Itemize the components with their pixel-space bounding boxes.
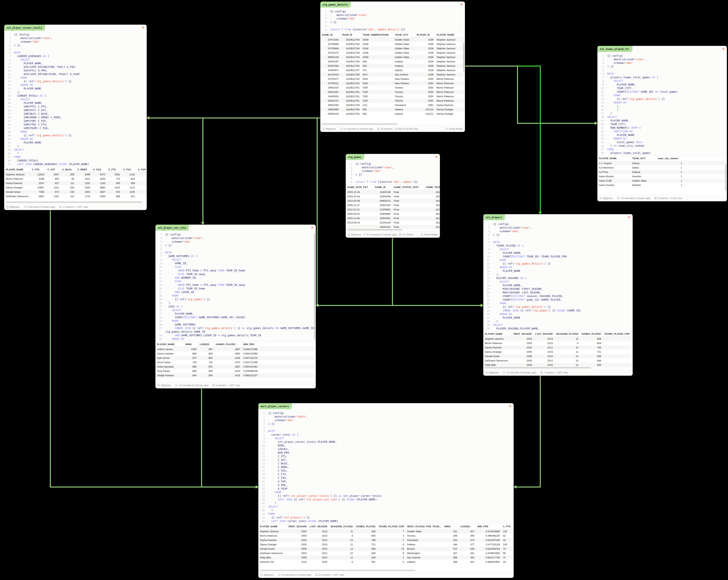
- table-row[interactable]: 2005-11-0820500051Final1610: [346, 216, 440, 220]
- table-row[interactable]: 204010631610612754INDIndiana1536Stephen …: [320, 64, 465, 68]
- model-window-mart_player_careers[interactable]: mart_player_careers × 1{{ config(2 mater…: [258, 403, 514, 578]
- table-row[interactable]: 2013-05-0341200126Final1610: [346, 220, 440, 225]
- sql-editor[interactable]: 1{{ config(2 materialized="view",3 schem…: [597, 52, 727, 156]
- table-row[interactable]: 208002291610612754INDIndiana101122Danny …: [320, 112, 465, 116]
- column-header[interactable]: GAMES_PLAYED: [580, 332, 603, 337]
- column-header[interactable]: LAST_SEASON: [308, 524, 329, 529]
- table-row[interactable]: Aaron BrooksHouston1: [597, 174, 725, 179]
- results-table[interactable]: PLAYER_NAMEWINSLOSSESGAMES_PLAYED↓WIN_PE…: [155, 342, 316, 382]
- table-row[interactable]: 208005581610612754INDIndiana101122Danny …: [320, 107, 465, 112]
- table-row[interactable]: 206010631610612739CLECleveland2562Sasha …: [320, 103, 465, 107]
- table-row[interactable]: 406001461610612744GSWGolden State1536Ste…: [320, 55, 465, 59]
- close-icon[interactable]: ×: [722, 47, 725, 50]
- column-header[interactable]: C_BLKS: [60, 167, 76, 172]
- column-header[interactable]: TEAM_ID: [340, 32, 361, 37]
- sql-editor[interactable]: 1{{ config(2 materialized="view",3 schem…: [483, 221, 633, 331]
- table-row[interactable]: 207001701610612744GSWGolden State1536Ste…: [320, 51, 465, 55]
- table-row[interactable]: 203009711610612737ATLAtlanta1536Stephen …: [320, 68, 465, 72]
- close-icon[interactable]: ×: [460, 3, 463, 6]
- column-header[interactable]: GAME_STATUS_TEXT: [392, 185, 424, 190]
- column-header[interactable]: WINS: [184, 342, 198, 347]
- column-header[interactable]: PLAYER_ID: [415, 32, 435, 37]
- table-row[interactable]: 2011-01-2121000631Final1610: [346, 207, 440, 212]
- table-row[interactable]: Patty Mills20092020129392San Antonio5963…: [258, 555, 514, 560]
- table-row[interactable]: Patty Mills2009202012939: [483, 363, 633, 367]
- column-header[interactable]: [684, 156, 725, 161]
- table-row[interactable]: Aaron GordonOrlando1: [597, 183, 725, 187]
- column-header[interactable]: GAMES_PLAYED: [355, 524, 377, 529]
- model-window-stg_games_details[interactable]: stg_games_details × 1{{ config(2 materia…: [320, 1, 465, 132]
- model-title-tab[interactable]: int_player_win_rate: [155, 225, 189, 231]
- model-window-int_players[interactable]: int_players × 1{{ config(2 materialized=…: [483, 214, 633, 376]
- column-header[interactable]: A_FGP: [136, 167, 147, 172]
- column-header[interactable]: GAME_ID: [320, 32, 340, 37]
- table-row[interactable]: Morris Peterson200320108604: [483, 341, 633, 345]
- table-row[interactable]: 206010201610612761TORToronto2050Morris P…: [320, 85, 465, 90]
- column-header[interactable]: TEAM_CITY: [630, 156, 656, 161]
- table-row[interactable]: 2010-05-0840900213Final1610: [346, 199, 440, 203]
- column-header[interactable]: PLAYER_NAME: [483, 332, 512, 337]
- table-row[interactable]: 2003-10-2410300108Final1610: [346, 190, 440, 194]
- column-header[interactable]: TEAM_ABBREVIATION: [361, 32, 393, 37]
- column-header[interactable]: C_PTS: [30, 167, 46, 172]
- model-window-int_player_win_rate[interactable]: int_player_win_rate × 1{{ config(2 mater…: [155, 225, 316, 388]
- column-header[interactable]: TEAM_CITY: [393, 32, 415, 37]
- column-header[interactable]: C_PTS: [501, 524, 514, 529]
- table-row[interactable]: Stephen Jackson2003201311838: [483, 337, 633, 341]
- table-row[interactable]: DeShawn Stevenson2003201210848: [483, 359, 633, 363]
- model-title-tab[interactable]: stg_games: [346, 154, 364, 160]
- table-row[interactable]: 204005051610612761TORToronto2050Morris P…: [320, 94, 465, 99]
- close-icon[interactable]: ×: [311, 226, 314, 229]
- model-window-int_teams_played_for[interactable]: int_teams_played_for × 1{{ config(2 mate…: [597, 46, 727, 201]
- column-header[interactable]: C_REBS: [76, 167, 92, 172]
- column-header[interactable]: PLAYER_NAME: [435, 32, 465, 37]
- column-header[interactable]: PLAYER_NAME: [597, 156, 630, 161]
- table-row[interactable]: LeBron James109059716870.646117368: [155, 347, 314, 351]
- results-table[interactable]: PLAYER_NAMEFIRST_SEASONLAST_SEASONSEASON…: [258, 524, 514, 572]
- column-header[interactable]: GAME_ID: [373, 185, 392, 190]
- table-row[interactable]: DeShawn Stevenson56671281112172420898686…: [4, 194, 147, 199]
- close-icon[interactable]: ×: [628, 215, 630, 219]
- model-title-tab[interactable]: mart_player_careers: [258, 403, 292, 409]
- column-header[interactable]: WIN_PER: [242, 342, 264, 347]
- horizontal-scrollbar[interactable]: [322, 123, 398, 125]
- horizontal-scrollbar[interactable]: [6, 202, 142, 203]
- table-row[interactable]: Morris Peterson52986938518121854774816: [4, 177, 147, 181]
- column-header[interactable]: FIRST_SEASON: [512, 332, 534, 337]
- sql-editor[interactable]: 1{{ config(2 materialized="view",3 schem…: [346, 160, 440, 185]
- column-header[interactable]: TEAMS_PLAYED_FOR: [603, 332, 633, 337]
- column-header[interactable]: WIN_PER: [476, 524, 501, 529]
- table-row[interactable]: Sasha Pavlovic20032012107967Cleveland423…: [258, 538, 514, 542]
- model-title-tab[interactable]: int_player_career_totals: [4, 25, 45, 31]
- sql-editor[interactable]: 1{{ config(2 materialized="view",3 schem…: [320, 8, 465, 32]
- table-row[interactable]: Aaron CraftGolden State1: [597, 179, 725, 183]
- horizontal-scrollbar[interactable]: [260, 570, 415, 571]
- column-header[interactable]: C_FGS: [92, 167, 107, 172]
- sql-editor[interactable]: 1{{ config(2 materialized="view",3 schem…: [155, 231, 316, 342]
- vertical-scrollbar[interactable]: [463, 42, 464, 72]
- table-row[interactable]: Gerald Green200520201495810Boston5124460…: [258, 547, 514, 551]
- table-row[interactable]: 411003161610612759SASSan Antonio1536Step…: [320, 72, 465, 77]
- results-table[interactable]: PLAYER_NAMEFIRST_SEASONLAST_SEASONSEASON…: [483, 331, 633, 369]
- table-row[interactable]: Vince Carter73973114700.502721088: [155, 360, 314, 365]
- table-row[interactable]: 207010431610612744GSWGolden State1536Ste…: [320, 37, 465, 42]
- column-header[interactable]: GAME_DATE_EST: [346, 185, 373, 190]
- vertical-scrollbar[interactable]: [725, 164, 726, 191]
- column-header[interactable]: WINS: [443, 524, 459, 529]
- table-row[interactable]: Gerald Green2005202014958: [483, 354, 633, 359]
- sort-arrow-icon[interactable]: ↑: [678, 157, 680, 160]
- column-header[interactable]: C_FG3: [122, 167, 136, 172]
- sql-editor[interactable]: 1{{ config(2 materialized="view",3 schem…: [4, 31, 147, 167]
- column-header[interactable]: [264, 342, 314, 347]
- model-title-tab[interactable]: stg_games_details: [320, 1, 351, 7]
- column-header[interactable]: MOST_PLAYED_FOR_TEAM...: [406, 524, 443, 529]
- table-row[interactable]: 2005-11-2720500190Final1610: [346, 203, 440, 207]
- results-table[interactable]: GAME_IDTEAM_IDTEAM_ABBREVIATIONTEAM_CITY…: [320, 32, 465, 126]
- model-title-tab[interactable]: int_teams_played_for: [597, 46, 632, 52]
- table-row[interactable]: 2009-03-0120800885Final1610: [346, 212, 440, 216]
- results-table[interactable]: PLAYER_NAMETEAM_CITYteam_city_ranked↑A.J…: [597, 156, 727, 195]
- table-row[interactable]: Gerald Green7453672230192426879741105: [4, 190, 147, 194]
- column-header[interactable]: team_city_ranked↑: [656, 156, 684, 161]
- column-header[interactable]: PLAYER_NAME: [258, 524, 287, 529]
- column-header[interactable]: LOSSES: [198, 342, 214, 347]
